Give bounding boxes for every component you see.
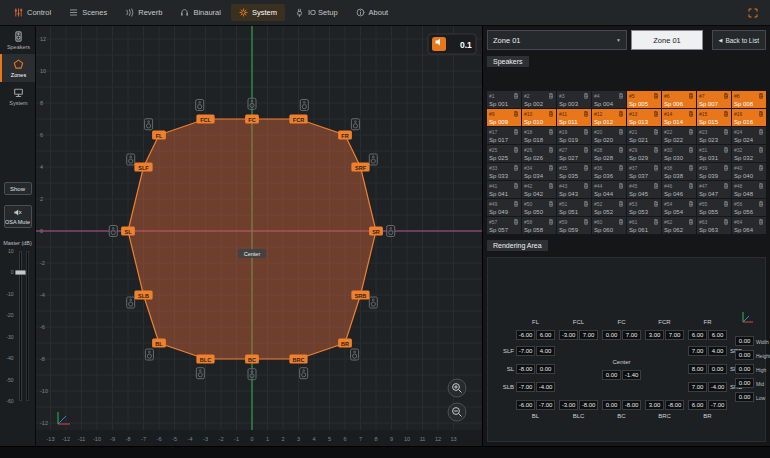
ra-y-srf[interactable]: 4.00	[708, 346, 727, 356]
ra-y-sr[interactable]: 0.00	[708, 364, 727, 374]
ra-x-slf[interactable]: -7.00	[516, 346, 535, 356]
speaker-cell-30[interactable]: #30Sp 030	[662, 145, 696, 162]
speaker-cell-15[interactable]: #15Sp 015	[697, 109, 731, 126]
master-fader[interactable]: 100-10-20-30-40-50-60	[2, 251, 34, 401]
speaker-cell-32[interactable]: #32Sp 032	[732, 145, 766, 162]
zone-node-bc[interactable]: BC	[245, 355, 259, 364]
speaker-cell-62[interactable]: #62Sp 062	[662, 217, 696, 234]
ra-x-fcr[interactable]: 3.00	[645, 330, 664, 340]
speaker-cell-10[interactable]: #10Sp 010	[522, 109, 556, 126]
ra-x-br[interactable]: 6.00	[688, 400, 707, 410]
zone-node-fl[interactable]: FL	[152, 131, 166, 140]
zone-node-bl[interactable]: BL	[152, 339, 166, 348]
ra-y-fcr[interactable]: 7.00	[665, 330, 684, 340]
ra-y-slf[interactable]: 4.00	[536, 346, 555, 356]
ra-y-sl[interactable]: 0.00	[536, 364, 555, 374]
ra-x-fl[interactable]: -6.00	[516, 330, 535, 340]
zone-select-dropdown[interactable]: Zone 01 ▼	[487, 30, 627, 50]
zoom-out-button[interactable]	[448, 403, 466, 421]
speaker-cell-43[interactable]: #43Sp 043	[557, 181, 591, 198]
speaker-cell-13[interactable]: #13Sp 013	[627, 109, 661, 126]
speaker-cell-26[interactable]: #26Sp 026	[522, 145, 556, 162]
zone-node-slb[interactable]: SLB	[134, 291, 152, 300]
ra-x-srb[interactable]: 7.00	[688, 382, 707, 392]
speaker-cell-28[interactable]: #28Sp 028	[592, 145, 626, 162]
speaker-cell-22[interactable]: #22Sp 022	[662, 127, 696, 144]
ra-utility-low[interactable]: 0.00	[735, 392, 754, 402]
toolbar-item-reverb[interactable]: Reverb	[117, 4, 170, 21]
speaker-cell-47[interactable]: #47Sp 047	[697, 181, 731, 198]
speaker-cell-19[interactable]: #19Sp 019	[557, 127, 591, 144]
sidebar-item-speakers[interactable]: Speakers	[0, 26, 35, 54]
fullscreen-button[interactable]	[742, 5, 764, 21]
ra-x-bl[interactable]: -6.00	[516, 400, 535, 410]
ra-x-blc[interactable]: -3.00	[559, 400, 578, 410]
speaker-cell-24[interactable]: #24Sp 024	[732, 127, 766, 144]
ra-y-brc[interactable]: -8.00	[665, 400, 684, 410]
ra-x-bc[interactable]: 0.00	[602, 400, 621, 410]
zone-node-fc[interactable]: FC	[245, 115, 259, 124]
speaker-cell-64[interactable]: #64Sp 064	[732, 217, 766, 234]
speaker-cell-38[interactable]: #38Sp 038	[662, 163, 696, 180]
ra-x-fcl[interactable]: -3.00	[559, 330, 578, 340]
speaker-cell-6[interactable]: #6Sp 006	[662, 91, 696, 108]
speaker-cell-25[interactable]: #25Sp 025	[487, 145, 521, 162]
ra-utility-width[interactable]: 0.00	[735, 336, 754, 346]
ra-y-fcl[interactable]: 7.00	[579, 330, 598, 340]
toolbar-item-about[interactable]: About	[348, 4, 397, 21]
speaker-cell-46[interactable]: #46Sp 046	[662, 181, 696, 198]
speaker-cell-45[interactable]: #45Sp 045	[627, 181, 661, 198]
zoom-in-button[interactable]	[448, 379, 466, 397]
zone-map-canvas[interactable]: -13-12-11-10-9-8-7-6-5-4-3-2-10123456789…	[36, 26, 482, 446]
ra-x-slb[interactable]: -7.00	[516, 382, 535, 392]
ra-y-bl[interactable]: -7.00	[536, 400, 555, 410]
speaker-cell-49[interactable]: #49Sp 049	[487, 199, 521, 216]
speaker-cell-17[interactable]: #17Sp 017	[487, 127, 521, 144]
speaker-cell-8[interactable]: #8Sp 008	[732, 91, 766, 108]
speaker-cell-7[interactable]: #7Sp 007	[697, 91, 731, 108]
speaker-cell-61[interactable]: #61Sp 061	[627, 217, 661, 234]
speaker-cell-51[interactable]: #51Sp 051	[557, 199, 591, 216]
zone-node-br[interactable]: BR	[338, 339, 352, 348]
zone-node-sr[interactable]: SR	[369, 227, 383, 236]
ra-x-fc[interactable]: 0.00	[602, 330, 621, 340]
speaker-cell-12[interactable]: #12Sp 012	[592, 109, 626, 126]
speaker-cell-27[interactable]: #27Sp 027	[557, 145, 591, 162]
speaker-cell-58[interactable]: #58Sp 058	[522, 217, 556, 234]
ra-x-brc[interactable]: 3.00	[645, 400, 664, 410]
speaker-cell-59[interactable]: #59Sp 059	[557, 217, 591, 234]
ra-x-srf[interactable]: 7.00	[688, 346, 707, 356]
speaker-cell-4[interactable]: #4Sp 004	[592, 91, 626, 108]
ra-x-sl[interactable]: -8.00	[516, 364, 535, 374]
ra-utility-high[interactable]: 0.00	[735, 364, 754, 374]
sidebar-item-system[interactable]: System	[0, 82, 35, 110]
speaker-cell-55[interactable]: #55Sp 055	[697, 199, 731, 216]
speaker-cell-56[interactable]: #56Sp 056	[732, 199, 766, 216]
ra-y-slb[interactable]: -4.00	[536, 382, 555, 392]
speaker-cell-29[interactable]: #29Sp 029	[627, 145, 661, 162]
ra-utility-mid[interactable]: 0.00	[735, 378, 754, 388]
ra-x-sr[interactable]: 8.00	[688, 364, 707, 374]
speaker-cell-3[interactable]: #3Sp 003	[557, 91, 591, 108]
zone-node-brc[interactable]: BRC	[289, 355, 307, 364]
speaker-cell-11[interactable]: #11Sp 011	[557, 109, 591, 126]
speaker-cell-54[interactable]: #54Sp 054	[662, 199, 696, 216]
speaker-cell-34[interactable]: #34Sp 034	[522, 163, 556, 180]
speaker-cell-31[interactable]: #31Sp 031	[697, 145, 731, 162]
show-button[interactable]: Show	[4, 182, 32, 195]
speaker-cell-33[interactable]: #33Sp 033	[487, 163, 521, 180]
ra-y-bc[interactable]: -8.00	[622, 400, 641, 410]
speaker-cell-5[interactable]: #5Sp 005	[627, 91, 661, 108]
speaker-cell-52[interactable]: #52Sp 052	[592, 199, 626, 216]
toolbar-item-scenes[interactable]: Scenes	[61, 4, 115, 21]
speaker-cell-23[interactable]: #23Sp 023	[697, 127, 731, 144]
zone-node-fcl[interactable]: FCL	[196, 115, 214, 124]
ra-y-srb[interactable]: -4.00	[708, 382, 727, 392]
speaker-cell-18[interactable]: #18Sp 018	[522, 127, 556, 144]
speaker-cell-9[interactable]: #9Sp 009	[487, 109, 521, 126]
toolbar-item-io-setup[interactable]: IO Setup	[287, 4, 346, 21]
zone-node-slf[interactable]: SLF	[134, 163, 152, 172]
back-to-list-button[interactable]: ◀ Back to List	[712, 30, 766, 50]
zone-node-srf[interactable]: SRF	[351, 163, 369, 172]
speaker-cell-57[interactable]: #57Sp 057	[487, 217, 521, 234]
